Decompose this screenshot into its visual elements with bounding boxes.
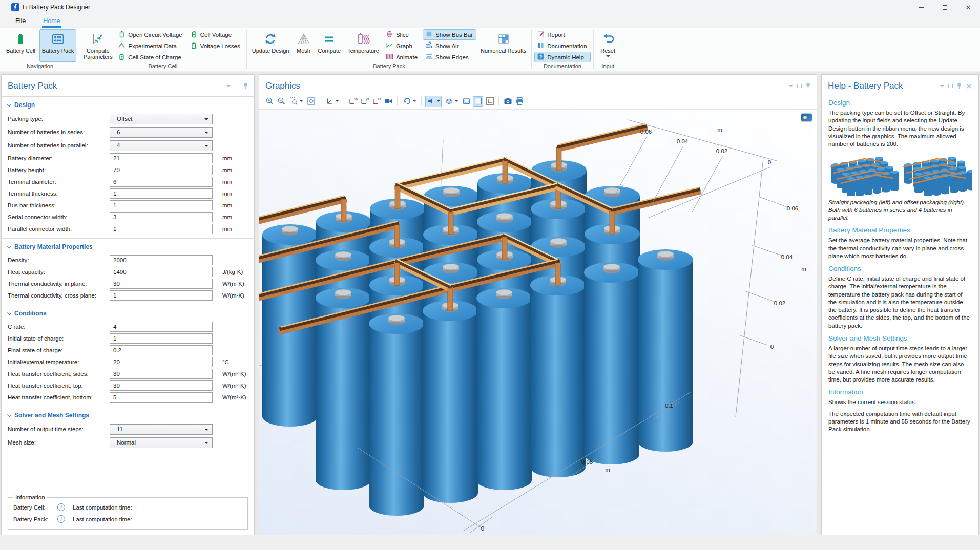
- heat-transfer-coefficient-sides-field[interactable]: 30: [110, 369, 213, 379]
- rotate-button[interactable]: [401, 96, 418, 107]
- mesh-size-dropdown[interactable]: Normal: [110, 437, 213, 448]
- reset-dropdown-chevron[interactable]: [606, 55, 610, 59]
- density-field[interactable]: 2000: [110, 255, 213, 265]
- chevron-down-icon: [204, 118, 208, 122]
- mesh-button[interactable]: Mesh: [294, 29, 314, 62]
- cell-voltage-button[interactable]: Cell Voltage: [187, 29, 244, 40]
- camera-icon[interactable]: [383, 96, 393, 107]
- thermal-conductivity-cross-plane-field[interactable]: 1: [110, 290, 213, 301]
- terminal-thickness-field[interactable]: 1: [110, 188, 213, 199]
- print-icon[interactable]: [514, 96, 525, 107]
- close-button[interactable]: ✕: [956, 0, 980, 14]
- initial-state-of-charge-field[interactable]: 1: [110, 333, 213, 344]
- view-yz-icon[interactable]: yz: [360, 96, 370, 107]
- tab-home[interactable]: Home: [41, 16, 62, 28]
- panel-pin-icon[interactable]: [243, 83, 248, 89]
- battery-diameter-field[interactable]: 21: [110, 153, 213, 163]
- section-header-conditions[interactable]: Conditions: [2, 305, 254, 321]
- graph-button[interactable]: Graph: [383, 40, 421, 51]
- report-button[interactable]: Report: [534, 29, 590, 40]
- show-edges-icon: [425, 53, 433, 61]
- axis-tick-label: 0.02: [774, 300, 785, 306]
- packing-type-dropdown[interactable]: Offset: [110, 114, 213, 124]
- environment-button[interactable]: [443, 96, 460, 107]
- experimental-data-button[interactable]: Experimental Data: [115, 40, 185, 51]
- tab-file[interactable]: File: [13, 16, 28, 28]
- documentation-icon: [537, 41, 545, 50]
- panel-float-icon[interactable]: [235, 84, 239, 88]
- show-bus-bar-button[interactable]: Show Bus Bar: [423, 29, 476, 40]
- view-xy-icon[interactable]: xy: [348, 96, 358, 107]
- form-row: Final state of charge:0.2: [2, 344, 254, 356]
- heat-capacity-field[interactable]: 1400: [110, 267, 213, 277]
- animate-button[interactable]: Animate: [383, 52, 421, 62]
- view-xz-icon[interactable]: xz: [371, 96, 382, 107]
- form-row: Terminal thickness:1mm: [2, 187, 254, 199]
- default-view-button[interactable]: [324, 96, 340, 107]
- section-header-solver-and-mesh-settings[interactable]: Solver and Mesh Settings: [2, 407, 254, 422]
- reset-button[interactable]: Reset: [596, 29, 620, 62]
- field-label: Density:: [8, 257, 110, 263]
- c-rate-field[interactable]: 4: [110, 322, 213, 332]
- form-row: C rate:4: [2, 321, 254, 332]
- panel-pin-icon[interactable]: [806, 83, 810, 89]
- battery-cell-button[interactable]: Battery Cell: [4, 29, 38, 62]
- group-label-input: Input: [596, 62, 620, 71]
- initial-external-temperature-field[interactable]: 20: [110, 357, 213, 367]
- panel-float-icon[interactable]: [948, 84, 953, 88]
- open-circuit-voltage-button[interactable]: Open Circuit Voltage: [115, 29, 185, 40]
- battery-pack-button[interactable]: Battery Pack: [39, 29, 76, 62]
- zoom-out-icon[interactable]: [276, 96, 286, 107]
- show-grid-icon[interactable]: [473, 96, 483, 107]
- panel-menu-chevron-icon[interactable]: [226, 83, 231, 89]
- update-design-button[interactable]: Update Design: [249, 29, 292, 62]
- terminal-diameter-field[interactable]: 6: [110, 177, 213, 187]
- heat-transfer-coefficient-bottom-field[interactable]: 5: [110, 392, 213, 403]
- compute-parameters-button[interactable]: Compute Parameters: [82, 29, 114, 62]
- show-frame-icon[interactable]: [461, 96, 471, 107]
- snapshot-icon[interactable]: [503, 96, 513, 107]
- axis-orientation-icon[interactable]: [485, 96, 495, 107]
- numerical-results-button[interactable]: Numerical Results: [478, 29, 529, 62]
- zoom-box-button[interactable]: [288, 96, 304, 107]
- number-of-output-time-steps-dropdown[interactable]: 11: [110, 424, 213, 435]
- slice-button[interactable]: Slice: [383, 29, 421, 40]
- thermal-conductivity-in-plane-field[interactable]: 30: [110, 279, 213, 289]
- show-edges-button[interactable]: Show Edges: [423, 52, 476, 62]
- number-of-batteries-in-parallel-dropdown[interactable]: 4: [110, 140, 213, 151]
- panel-pin-icon[interactable]: [957, 83, 962, 89]
- section-header-battery-material-properties[interactable]: Battery Material Properties: [2, 239, 254, 254]
- zoom-in-icon[interactable]: [264, 96, 275, 107]
- zoom-extents-icon[interactable]: [306, 96, 316, 107]
- parallel-connector-width-field[interactable]: 1: [110, 224, 213, 234]
- form-row: Initial state of charge:1: [2, 332, 254, 344]
- section-header-design[interactable]: Design: [2, 97, 254, 112]
- minimize-button[interactable]: [909, 0, 933, 14]
- serial-connector-width-field[interactable]: 3: [110, 212, 213, 222]
- panel-menu-chevron-icon[interactable]: [940, 83, 944, 89]
- field-label: Heat capacity:: [8, 269, 110, 275]
- battery-height-field[interactable]: 70: [110, 165, 213, 175]
- voltage-losses-button[interactable]: ± Voltage Losses: [187, 40, 244, 51]
- temperature-button[interactable]: Temperature: [345, 29, 382, 62]
- cell-state-of-charge-button[interactable]: Cell State of Charge: [115, 52, 185, 62]
- axis-tick-label: 0.05: [581, 459, 593, 465]
- graphics-3d-canvas[interactable]: 0.060.040.0200.060.040.0200.10.050mmm: [259, 110, 817, 535]
- panel-menu-chevron-icon[interactable]: [789, 83, 793, 89]
- help-heading-information: Information: [828, 388, 972, 396]
- compute-button[interactable]: Compute: [316, 29, 344, 62]
- ribbon-group-battery-pack: Update Design Mesh Compute Temperatu: [247, 28, 532, 71]
- maximize-button[interactable]: [933, 0, 956, 14]
- number-of-batteries-in-series-dropdown[interactable]: 6: [110, 127, 213, 138]
- dynamic-help-button[interactable]: ? Dynamic Help: [534, 52, 590, 62]
- bus-bar-thickness-field[interactable]: 1: [110, 200, 213, 210]
- final-state-of-charge-field[interactable]: 0.2: [110, 345, 213, 355]
- panel-float-icon[interactable]: [797, 84, 802, 88]
- panel-close-icon[interactable]: ✕: [966, 81, 972, 91]
- comsol-logo-button[interactable]: [801, 114, 812, 121]
- documentation-button[interactable]: Documentation: [534, 40, 590, 51]
- scene-light-button[interactable]: [425, 96, 442, 107]
- chevron-down-icon: [7, 310, 11, 314]
- show-air-button[interactable]: Show Air: [423, 40, 476, 51]
- heat-transfer-coefficient-top-field[interactable]: 30: [110, 380, 213, 391]
